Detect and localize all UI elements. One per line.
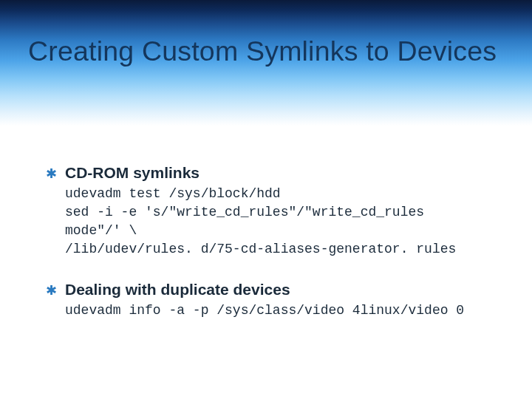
bullet-item: ✱ Dealing with duplicate devices udevadm…	[65, 279, 486, 320]
bullet-code: udevadm test /sys/block/hdd sed -i -e 's…	[65, 185, 486, 258]
bullet-code: udevadm info -a -p /sys/class/video 4lin…	[65, 301, 486, 320]
slide-title: Creating Custom Symlinks to Devices	[28, 35, 508, 67]
bullet-heading: CD-ROM symlinks	[65, 163, 486, 183]
slide-body: ✱ CD-ROM symlinks udevadm test /sys/bloc…	[65, 163, 486, 341]
bullet-heading: Dealing with duplicate devices	[65, 279, 486, 300]
bullet-star-icon: ✱	[46, 284, 57, 297]
bullet-star-icon: ✱	[46, 167, 57, 180]
slide: Creating Custom Symlinks to Devices ✱ CD…	[0, 0, 532, 399]
bullet-item: ✱ CD-ROM symlinks udevadm test /sys/bloc…	[65, 163, 486, 259]
